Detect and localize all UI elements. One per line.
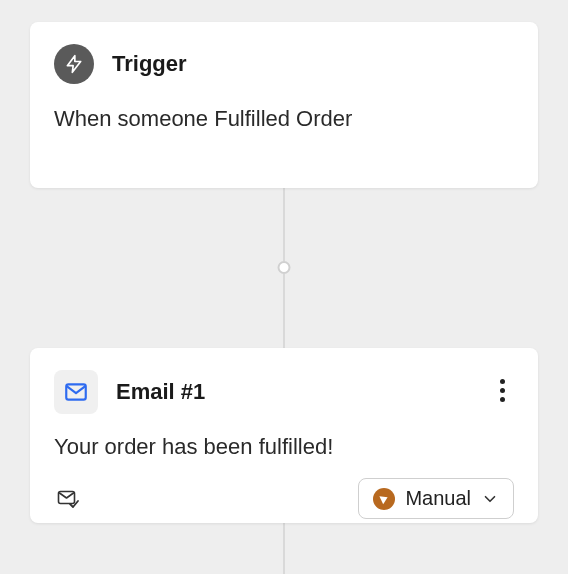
card-header: Trigger: [54, 44, 514, 84]
card-header: Email #1: [54, 370, 514, 414]
lightning-icon: [54, 44, 94, 84]
connector-line: [283, 523, 285, 574]
more-options-button[interactable]: [486, 374, 518, 406]
email-status-icon[interactable]: [54, 485, 82, 513]
trigger-description: When someone Fulfilled Order: [54, 106, 514, 132]
email-description: Your order has been fulfilled!: [54, 434, 514, 460]
email-title: Email #1: [116, 379, 205, 405]
trigger-title: Trigger: [112, 51, 187, 77]
email-card[interactable]: Email #1 Your order has been fulfilled! …: [30, 348, 538, 523]
chevron-down-icon: [481, 490, 499, 508]
send-mode-label: Manual: [405, 487, 471, 510]
connector-line: [283, 188, 285, 261]
connector-add-node[interactable]: [278, 261, 291, 274]
send-mode-dropdown[interactable]: Manual: [358, 478, 514, 519]
trigger-card[interactable]: Trigger When someone Fulfilled Order: [30, 22, 538, 188]
email-icon: [54, 370, 98, 414]
connector-line: [283, 274, 285, 348]
email-footer: Manual: [54, 478, 514, 519]
manual-status-icon: [373, 488, 395, 510]
